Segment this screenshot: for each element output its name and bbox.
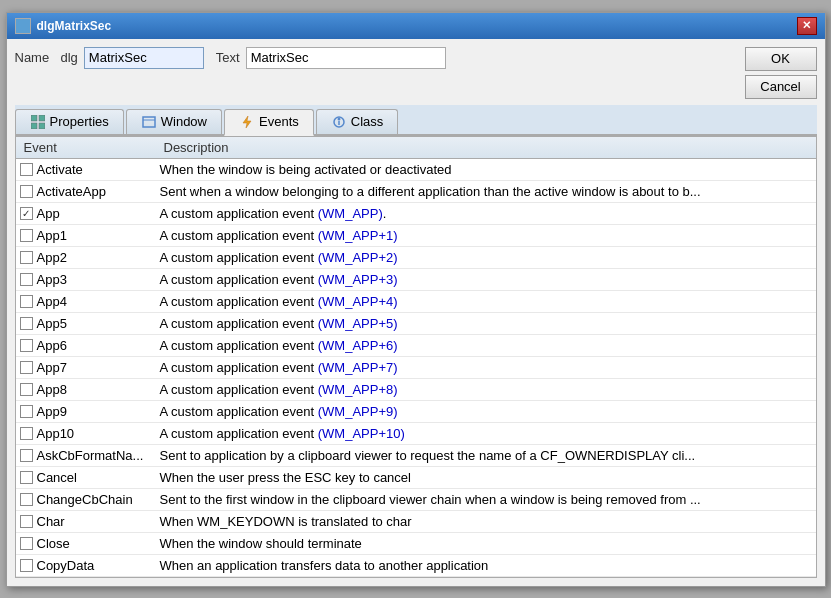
- event-checkbox[interactable]: [20, 559, 33, 572]
- event-checkbox[interactable]: [20, 449, 33, 462]
- tab-class[interactable]: Class: [316, 109, 399, 134]
- event-name: App4: [37, 294, 67, 309]
- event-checkbox[interactable]: [20, 207, 33, 220]
- event-checkbox[interactable]: [20, 493, 33, 506]
- wm-link[interactable]: (WM_APP+3): [318, 272, 398, 287]
- tab-properties-label: Properties: [50, 114, 109, 129]
- event-cell: App4: [16, 294, 156, 309]
- event-cell: Char: [16, 514, 156, 529]
- wm-link[interactable]: (WM_APP+1): [318, 228, 398, 243]
- event-checkbox[interactable]: [20, 405, 33, 418]
- table-row[interactable]: App9A custom application event (WM_APP+9…: [16, 401, 816, 423]
- event-checkbox[interactable]: [20, 339, 33, 352]
- event-name: CopyData: [37, 558, 95, 573]
- table-header: Event Description: [16, 137, 816, 159]
- table-row[interactable]: AskCbFormatNa...Sent to application by a…: [16, 445, 816, 467]
- event-checkbox[interactable]: [20, 383, 33, 396]
- name-input[interactable]: [84, 47, 204, 69]
- table-row[interactable]: App8A custom application event (WM_APP+8…: [16, 379, 816, 401]
- event-name: App3: [37, 272, 67, 287]
- tab-window-label: Window: [161, 114, 207, 129]
- close-icon[interactable]: ✕: [797, 17, 817, 35]
- table-body: ActivateWhen the window is being activat…: [16, 159, 816, 577]
- event-name: App8: [37, 382, 67, 397]
- wm-link[interactable]: (WM_APP+7): [318, 360, 398, 375]
- name-label: Name: [15, 50, 55, 65]
- event-cell: App8: [16, 382, 156, 397]
- event-cell: App5: [16, 316, 156, 331]
- event-checkbox[interactable]: [20, 317, 33, 330]
- wm-link[interactable]: (WM_APP+9): [318, 404, 398, 419]
- table-row[interactable]: CancelWhen the user press the ESC key to…: [16, 467, 816, 489]
- event-checkbox[interactable]: [20, 229, 33, 242]
- wm-link[interactable]: (WM_APP+5): [318, 316, 398, 331]
- event-checkbox[interactable]: [20, 295, 33, 308]
- event-cell: App7: [16, 360, 156, 375]
- main-area: Properties Window: [15, 105, 817, 578]
- table-row[interactable]: CharWhen WM_KEYDOWN is translated to cha…: [16, 511, 816, 533]
- wm-link[interactable]: (WM_APP+4): [318, 294, 398, 309]
- table-row[interactable]: App6A custom application event (WM_APP+6…: [16, 335, 816, 357]
- name-row: Name dlg Text: [15, 47, 737, 69]
- event-name: App5: [37, 316, 67, 331]
- svg-rect-3: [39, 123, 45, 129]
- table-row[interactable]: App5A custom application event (WM_APP+5…: [16, 313, 816, 335]
- event-cell: App10: [16, 426, 156, 441]
- event-checkbox[interactable]: [20, 251, 33, 264]
- event-name: Close: [37, 536, 70, 551]
- cancel-button[interactable]: Cancel: [745, 75, 817, 99]
- dlg-label: dlg: [61, 50, 78, 65]
- wm-link[interactable]: (WM_APP+2): [318, 250, 398, 265]
- event-checkbox[interactable]: [20, 515, 33, 528]
- tab-events[interactable]: Events: [224, 109, 314, 136]
- text-input[interactable]: [246, 47, 446, 69]
- event-cell: App9: [16, 404, 156, 419]
- event-name: AskCbFormatNa...: [37, 448, 144, 463]
- table-row[interactable]: App2A custom application event (WM_APP+2…: [16, 247, 816, 269]
- tab-class-label: Class: [351, 114, 384, 129]
- event-name: App1: [37, 228, 67, 243]
- desc-cell: When an application transfers data to an…: [156, 558, 816, 573]
- tab-window[interactable]: Window: [126, 109, 222, 134]
- table-row[interactable]: ActivateAppSent when a window belonging …: [16, 181, 816, 203]
- dialog-title: dlgMatrixSec: [37, 19, 112, 33]
- table-row[interactable]: App10A custom application event (WM_APP+…: [16, 423, 816, 445]
- table-row[interactable]: ChangeCbChainSent to the first window in…: [16, 489, 816, 511]
- table-row[interactable]: App7A custom application event (WM_APP+7…: [16, 357, 816, 379]
- desc-cell: Sent when a window belonging to a differ…: [156, 184, 816, 199]
- wm-link[interactable]: (WM_APP): [318, 206, 383, 221]
- event-checkbox[interactable]: [20, 185, 33, 198]
- event-name: Cancel: [37, 470, 77, 485]
- wm-link[interactable]: (WM_APP+8): [318, 382, 398, 397]
- tabs-row: Properties Window: [15, 105, 817, 136]
- tab-properties[interactable]: Properties: [15, 109, 124, 134]
- event-checkbox[interactable]: [20, 361, 33, 374]
- table-row[interactable]: App1A custom application event (WM_APP+1…: [16, 225, 816, 247]
- event-name: ActivateApp: [37, 184, 106, 199]
- svg-rect-0: [31, 115, 37, 121]
- svg-point-8: [337, 117, 340, 120]
- event-checkbox[interactable]: [20, 427, 33, 440]
- event-cell: ActivateApp: [16, 184, 156, 199]
- event-checkbox[interactable]: [20, 163, 33, 176]
- event-cell: Close: [16, 536, 156, 551]
- dialog-icon: [15, 18, 31, 34]
- table-row[interactable]: CloseWhen the window should terminate: [16, 533, 816, 555]
- event-cell: CopyData: [16, 558, 156, 573]
- ok-button[interactable]: OK: [745, 47, 817, 71]
- table-row[interactable]: App3A custom application event (WM_APP+3…: [16, 269, 816, 291]
- event-cell: AskCbFormatNa...: [16, 448, 156, 463]
- event-checkbox[interactable]: [20, 537, 33, 550]
- event-checkbox[interactable]: [20, 471, 33, 484]
- table-row[interactable]: App4A custom application event (WM_APP+4…: [16, 291, 816, 313]
- event-cell: App2: [16, 250, 156, 265]
- table-row[interactable]: ActivateWhen the window is being activat…: [16, 159, 816, 181]
- desc-cell: A custom application event (WM_APP+3): [156, 272, 816, 287]
- wm-link[interactable]: (WM_APP+6): [318, 338, 398, 353]
- desc-cell: A custom application event (WM_APP+2): [156, 250, 816, 265]
- table-row[interactable]: CopyDataWhen an application transfers da…: [16, 555, 816, 577]
- wm-link[interactable]: (WM_APP+10): [318, 426, 405, 441]
- table-row[interactable]: AppA custom application event (WM_APP).: [16, 203, 816, 225]
- svg-rect-2: [31, 123, 37, 129]
- event-checkbox[interactable]: [20, 273, 33, 286]
